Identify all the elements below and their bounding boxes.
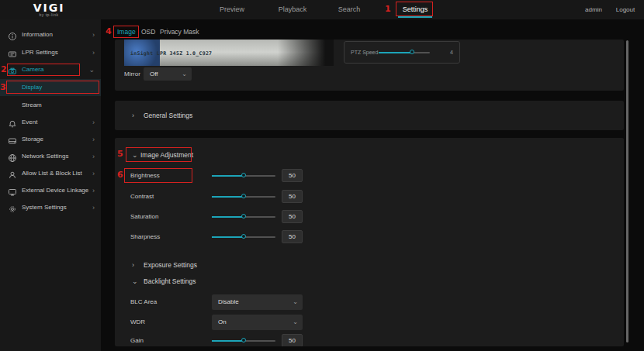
ptz-speed-panel: PTZ Speed 4 [344, 41, 460, 64]
saturation-slider-handle[interactable] [241, 214, 246, 219]
contrast-slider[interactable] [212, 196, 275, 198]
chevron-right-icon: › [92, 114, 95, 131]
chevron-down-icon: ⌄ [132, 148, 138, 162]
sharpness-slider-handle[interactable] [241, 234, 246, 239]
chevron-right-icon: › [92, 131, 95, 148]
wdr-dropdown[interactable]: On ⌄ [212, 315, 303, 330]
wdr-label: WDR [130, 315, 145, 330]
sidebar-item-event[interactable]: Event › [0, 114, 101, 131]
brightness-slider-handle[interactable] [241, 173, 246, 177]
chevron-right-icon: › [92, 182, 95, 199]
sidebar-item-display[interactable]: Display [0, 79, 101, 96]
person-icon [8, 169, 17, 178]
user-name[interactable]: admin [580, 0, 607, 19]
sidebar-item-stream[interactable]: Stream [0, 97, 101, 114]
chevron-down-icon: ⌄ [293, 294, 298, 310]
sidebar-item-label: LPR Settings [22, 44, 58, 61]
preview-shadow-region [278, 40, 334, 66]
info-icon [8, 30, 17, 40]
exposure-settings-header[interactable]: Exposure Settings [144, 258, 197, 272]
video-preview[interactable]: inSight LPR 345Z 1.0_C927 [124, 40, 334, 66]
nav-preview[interactable]: Preview [209, 0, 255, 19]
blc-area-dropdown-value: Disable [218, 294, 239, 310]
sidebar-item-storage[interactable]: Storage › [0, 131, 101, 148]
sidebar-item-label: System Settings [22, 199, 67, 216]
contrast-slider-handle[interactable] [241, 194, 246, 198]
sharpness-slider[interactable] [212, 236, 275, 238]
callout-number-2: 2 [1, 64, 7, 74]
blc-area-dropdown[interactable]: Disable ⌄ [212, 294, 303, 310]
sidebar-item-camera[interactable]: Camera ⌄ [0, 61, 101, 78]
ptz-speed-slider[interactable] [379, 52, 430, 53]
sidebar-item-information[interactable]: Information › [0, 26, 101, 43]
sidebar: Information › LPR Settings › Camera ⌄ Di… [0, 19, 101, 351]
saturation-slider[interactable] [212, 216, 275, 218]
chevron-down-icon: ⌄ [88, 61, 95, 78]
mirror-dropdown-value: Off [150, 67, 158, 81]
nav-search[interactable]: Search [326, 0, 372, 19]
gain-slider-handle[interactable] [241, 338, 246, 342]
lpr-card-icon [8, 48, 17, 57]
sidebar-item-label: Stream [22, 97, 42, 114]
sidebar-item-label: Event [22, 114, 37, 131]
chevron-right-icon: › [132, 258, 134, 272]
tab-image[interactable]: Image [117, 26, 136, 38]
gain-label: Gain [130, 334, 144, 346]
gear-icon [8, 203, 17, 212]
chevron-right-icon: › [92, 148, 95, 165]
sidebar-item-label: Allow List & Block List [22, 165, 82, 182]
logout-button[interactable]: Logout [611, 0, 639, 19]
vigi-logo: VIGI by tp-link [22, 2, 76, 17]
image-adjustment-header[interactable]: Image Adjustment [140, 148, 193, 162]
callout-number-5: 5 [117, 149, 123, 159]
camera-icon [8, 65, 17, 74]
preview-overlay-text: inSight LPR 345Z 1.0_C927 [130, 50, 212, 57]
chevron-right-icon: › [92, 44, 95, 61]
sidebar-item-label: Storage [22, 131, 43, 148]
mirror-dropdown[interactable]: Off ⌄ [144, 67, 192, 81]
gain-slider[interactable] [212, 340, 275, 342]
sidebar-item-network-settings[interactable]: Network Settings › [0, 148, 101, 165]
backlight-settings-header[interactable]: Backlight Settings [144, 274, 196, 288]
tab-privacy-mask[interactable]: Privacy Mask [160, 26, 199, 38]
ptz-slider-handle[interactable] [410, 50, 414, 54]
ptz-speed-value: 4 [450, 42, 453, 63]
sidebar-item-system-settings[interactable]: System Settings › [0, 199, 101, 216]
event-bell-icon [8, 118, 17, 127]
chevron-right-icon: › [92, 165, 95, 182]
ptz-speed-label: PTZ Speed [351, 42, 378, 63]
sidebar-item-allow-block-list[interactable]: Allow List & Block List › [0, 165, 101, 182]
sharpness-value[interactable]: 50 [282, 230, 303, 243]
general-settings-card: › General Settings [115, 101, 624, 130]
device-monitor-icon [8, 186, 17, 195]
chevron-down-icon: ⌄ [293, 315, 298, 330]
chevron-right-icon: › [92, 26, 95, 43]
contrast-value[interactable]: 50 [282, 190, 303, 203]
image-adjustment-card: ⌄ Image Adjustment Brightness 50 Contras… [115, 138, 624, 346]
sidebar-item-lpr-settings[interactable]: LPR Settings › [0, 44, 101, 61]
callout-number-6: 6 [117, 170, 123, 180]
brightness-value[interactable]: 50 [282, 169, 303, 182]
storage-disk-icon [8, 135, 17, 144]
general-settings-header[interactable]: General Settings [144, 101, 192, 130]
nav-playback[interactable]: Playback [269, 0, 316, 19]
settings-active-underline [398, 16, 432, 18]
sidebar-item-label: Display [22, 79, 42, 96]
saturation-value[interactable]: 50 [282, 210, 303, 223]
sidebar-item-label: Network Settings [22, 148, 68, 165]
gain-value[interactable]: 50 [282, 334, 303, 346]
tab-osd[interactable]: OSD [141, 26, 155, 38]
brightness-slider[interactable] [212, 175, 275, 177]
callout-number-3: 3 [0, 82, 6, 92]
content-scrollbar[interactable] [626, 40, 628, 342]
brightness-label: Brightness [130, 169, 160, 183]
top-bar: VIGI by tp-link Preview Playback Search … [0, 0, 644, 19]
chevron-right-icon: › [92, 199, 95, 216]
chevron-right-icon: › [132, 101, 134, 130]
sidebar-item-external-device-linkage[interactable]: External Device Linkage › [0, 182, 101, 199]
chevron-down-icon: ⌄ [182, 67, 187, 81]
chevron-down-icon: ⌄ [132, 274, 138, 288]
callout-number-1: 1 [385, 4, 391, 14]
vigi-settings-page: VIGI by tp-link Preview Playback Search … [0, 0, 644, 351]
sidebar-item-label: External Device Linkage [22, 182, 88, 199]
